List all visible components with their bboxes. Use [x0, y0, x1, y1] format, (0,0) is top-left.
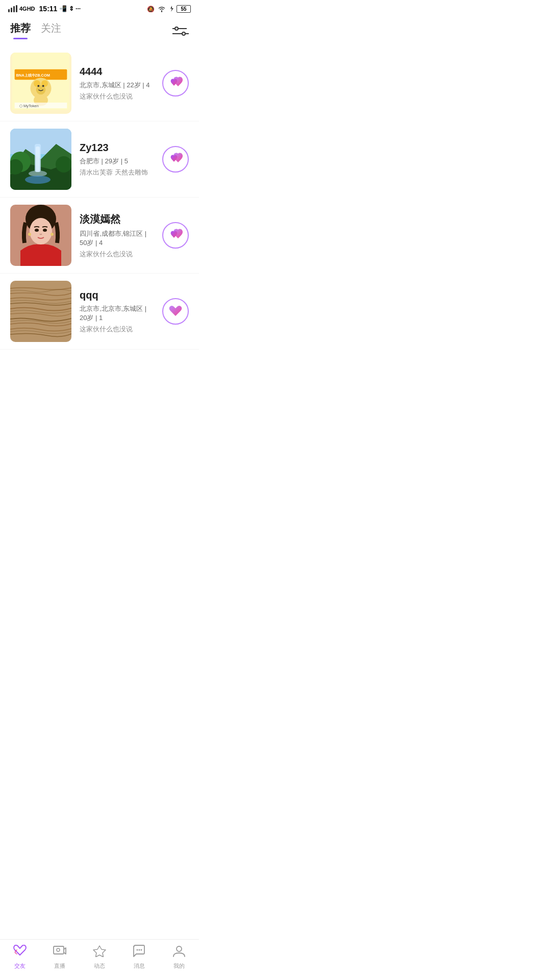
svg-point-33	[56, 156, 71, 173]
status-right: 🔕 55	[147, 5, 191, 13]
svg-point-39	[43, 229, 47, 232]
svg-point-8	[182, 32, 185, 35]
svg-point-18	[36, 85, 46, 94]
like-button[interactable]	[162, 298, 189, 325]
heart-double-icon	[168, 153, 183, 166]
user-meta: 北京市,北京市,东城区 | 20岁 | 1	[80, 304, 154, 323]
tab-recommend[interactable]: 推荐	[10, 21, 31, 39]
list-item[interactable]: Zy123 合肥市 | 29岁 | 5 清水出芙蓉 天然去雕饰	[0, 121, 199, 198]
like-button[interactable]	[162, 222, 189, 249]
svg-point-36	[30, 218, 52, 244]
svg-rect-1	[11, 8, 12, 12]
user-info: Zy123 合肥市 | 29岁 | 5 清水出芙蓉 天然去雕饰	[80, 142, 154, 177]
heart-double-icon	[168, 77, 183, 90]
charging-icon	[168, 5, 174, 12]
heart-double-icon	[168, 229, 183, 242]
user-bio: 这家伙什么也没说	[80, 92, 154, 101]
svg-text:🔕: 🔕	[147, 5, 155, 12]
filter-button[interactable]	[172, 24, 189, 37]
user-info: 淡漠嫣然 四川省,成都市,锦江区 | 50岁 | 4 这家伙什么也没说	[80, 212, 154, 259]
signal-icon	[8, 5, 17, 12]
avatar	[10, 205, 71, 266]
list-item[interactable]: qqq 北京市,北京市,东城区 | 20岁 | 1 这家伙什么也没说	[0, 274, 199, 350]
like-button[interactable]	[162, 70, 189, 96]
svg-point-5	[175, 27, 178, 30]
svg-point-19	[37, 85, 39, 87]
svg-rect-2	[13, 6, 15, 12]
tabs: 推荐 关注	[10, 21, 61, 39]
user-list: BNA上线中ZB.COM ⬡ MyToken 4444 北京市,东城区 |	[0, 39, 199, 356]
network-type: 4GHD	[19, 6, 35, 12]
svg-rect-3	[16, 5, 17, 12]
user-bio: 这家伙什么也没说	[80, 250, 154, 259]
like-button[interactable]	[162, 146, 189, 173]
user-meta: 四川省,成都市,锦江区 | 50岁 | 4	[80, 229, 154, 248]
user-info: qqq 北京市,北京市,东城区 | 20岁 | 1 这家伙什么也没说	[80, 289, 154, 334]
svg-point-38	[35, 229, 39, 232]
svg-point-29	[25, 176, 51, 184]
svg-rect-42	[10, 281, 71, 342]
user-meta: 北京市,东城区 | 22岁 | 4	[80, 81, 154, 90]
svg-point-40	[28, 233, 31, 236]
user-info: 4444 北京市,东城区 | 22岁 | 4 这家伙什么也没说	[80, 66, 154, 101]
user-name: qqq	[80, 289, 154, 301]
user-name: Zy123	[80, 142, 154, 154]
svg-rect-27	[36, 146, 40, 172]
user-name: 淡漠嫣然	[80, 212, 154, 226]
wifi-icon	[157, 5, 166, 12]
extra-icons: 📲 ⇕ ···	[59, 5, 81, 12]
avatar	[10, 129, 71, 190]
header-right	[172, 24, 189, 37]
svg-point-41	[51, 233, 54, 236]
status-time: 15:11	[39, 5, 58, 13]
avatar	[10, 281, 71, 342]
user-bio: 清水出芙蓉 天然去雕饰	[80, 168, 154, 177]
user-name: 4444	[80, 66, 154, 78]
list-item[interactable]: 淡漠嫣然 四川省,成都市,锦江区 | 50岁 | 4 这家伙什么也没说	[0, 198, 199, 274]
mute-icon: 🔕	[147, 5, 155, 12]
heart-icon	[168, 305, 183, 317]
header: 推荐 关注	[0, 16, 199, 39]
avatar: BNA上线中ZB.COM ⬡ MyToken	[10, 53, 71, 114]
svg-text:⬡ MyToken: ⬡ MyToken	[19, 104, 39, 108]
battery-indicator: 55	[177, 5, 191, 13]
svg-text:BNA上线中ZB.COM: BNA上线中ZB.COM	[16, 73, 50, 78]
list-item[interactable]: BNA上线中ZB.COM ⬡ MyToken 4444 北京市,东城区 |	[0, 45, 199, 121]
user-meta: 合肥市 | 29岁 | 5	[80, 157, 154, 166]
tab-follow[interactable]: 关注	[41, 21, 61, 39]
status-left: 4GHD 15:11 📲 ⇕ ···	[8, 5, 81, 13]
svg-point-20	[42, 85, 44, 87]
status-bar: 4GHD 15:11 📲 ⇕ ··· 🔕 55	[0, 0, 199, 16]
user-bio: 这家伙什么也没说	[80, 325, 154, 334]
svg-rect-0	[8, 9, 10, 12]
